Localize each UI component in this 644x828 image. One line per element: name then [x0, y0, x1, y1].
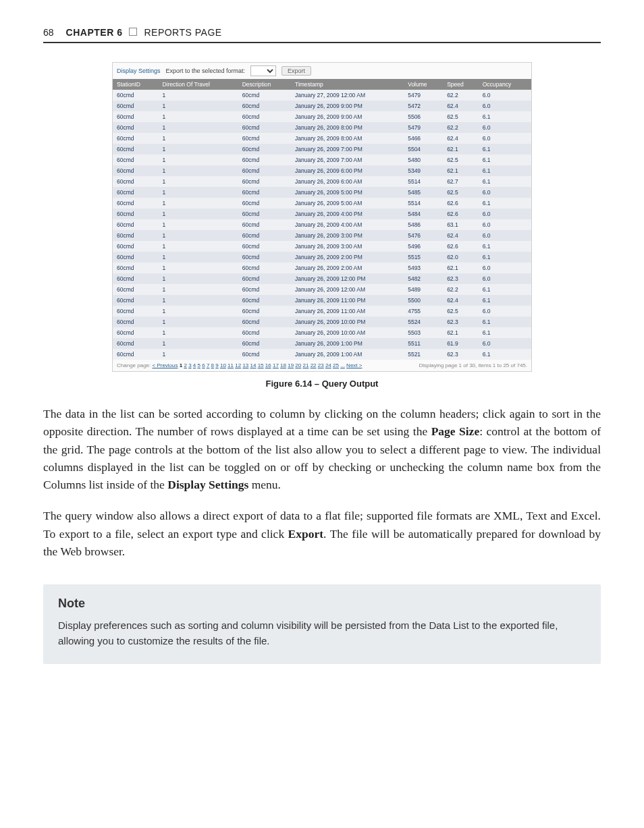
table-cell: 60cmd	[238, 327, 291, 338]
figure-caption: Figure 6.14 – Query Output	[43, 379, 601, 389]
pager-page-link[interactable]: 20	[295, 362, 301, 368]
pager-page-link[interactable]: 21	[303, 362, 309, 368]
table-cell: 5472	[404, 101, 443, 111]
pager-page-link[interactable]: 19	[288, 362, 294, 368]
pager-page-link[interactable]: 1	[180, 362, 182, 368]
pager-page-link[interactable]: 18	[280, 362, 286, 368]
table-cell: 60cmd	[238, 133, 291, 144]
table-cell: 1	[158, 111, 238, 122]
pager-page-link[interactable]: 3	[188, 362, 191, 368]
table-cell: 62.5	[443, 306, 479, 316]
table-row: 60cmd160cmdJanuary 26, 2009 7:00 AM54806…	[113, 155, 531, 165]
table-cell: 60cmd	[113, 252, 158, 263]
export-button[interactable]: Export	[281, 66, 311, 76]
table-row: 60cmd160cmdJanuary 26, 2009 1:00 AM55216…	[113, 349, 531, 360]
table-cell: 6.0	[479, 122, 531, 133]
table-cell: 1	[158, 155, 238, 165]
table-cell: 5489	[404, 284, 443, 295]
table-cell: 60cmd	[238, 263, 291, 273]
grid-body: 60cmd160cmdJanuary 27, 2009 12:00 AM5479…	[113, 90, 531, 360]
page-number: 68	[43, 27, 54, 38]
pager-page-link[interactable]: 12	[235, 362, 241, 368]
table-row: 60cmd160cmdJanuary 26, 2009 6:00 AM55146…	[113, 176, 531, 187]
table-row: 60cmd160cmdJanuary 27, 2009 12:00 AM5479…	[113, 90, 531, 101]
pager-prev[interactable]: < Previous	[153, 362, 178, 368]
table-cell: 6.0	[479, 187, 531, 198]
table-cell: 60cmd	[113, 284, 158, 295]
table-cell: 60cmd	[238, 241, 291, 252]
pager-page-link[interactable]: 17	[273, 362, 279, 368]
table-cell: 62.5	[443, 111, 479, 122]
table-cell: January 26, 2009 10:00 AM	[291, 327, 404, 338]
table-row: 60cmd160cmdJanuary 26, 2009 12:00 AM5489…	[113, 284, 531, 295]
pager-page-link[interactable]: ...	[340, 362, 345, 368]
table-cell: 1	[158, 252, 238, 263]
grid-column-header[interactable]: Direction Of Travel	[158, 79, 238, 90]
pager-page-link[interactable]: 7	[207, 362, 209, 368]
grid-header-row: StationIDDirection Of TravelDescriptionT…	[113, 79, 531, 90]
table-cell: 6.1	[479, 155, 531, 165]
table-cell: 1	[158, 263, 238, 273]
pager-page-link[interactable]: 15	[258, 362, 264, 368]
table-cell: 5500	[404, 295, 443, 306]
table-cell: 5486	[404, 219, 443, 230]
pager-page-link[interactable]: 23	[318, 362, 324, 368]
export-format-select[interactable]	[250, 65, 276, 76]
pager-page-link[interactable]: 4	[193, 362, 196, 368]
display-settings-link[interactable]: Display Settings	[117, 67, 161, 74]
table-cell: 1	[158, 349, 238, 360]
table-cell: January 26, 2009 5:00 AM	[291, 198, 404, 209]
table-cell: 61.9	[443, 338, 479, 349]
table-cell: 6.0	[479, 209, 531, 219]
table-cell: 62.1	[443, 165, 479, 176]
pager-next[interactable]: Next >	[346, 362, 362, 368]
table-cell: 60cmd	[238, 349, 291, 360]
table-cell: 60cmd	[238, 273, 291, 284]
table-cell: 60cmd	[238, 165, 291, 176]
table-cell: 60cmd	[238, 101, 291, 111]
table-cell: 62.1	[443, 327, 479, 338]
table-cell: 6.0	[479, 133, 531, 144]
table-cell: 5476	[404, 230, 443, 241]
change-page-label: Change page:	[117, 362, 151, 368]
grid-column-header[interactable]: Speed	[443, 79, 479, 90]
table-cell: 1	[158, 316, 238, 327]
grid-column-header[interactable]: Timestamp	[291, 79, 404, 90]
table-cell: 60cmd	[113, 295, 158, 306]
grid-column-header[interactable]: Description	[238, 79, 291, 90]
pager-page-link[interactable]: 13	[242, 362, 248, 368]
table-cell: 1	[158, 241, 238, 252]
pager-page-link[interactable]: 11	[227, 362, 234, 368]
table-cell: 5503	[404, 327, 443, 338]
table-cell: 5514	[404, 176, 443, 187]
table-cell: 1	[158, 176, 238, 187]
export-label: Export to the selected format:	[166, 67, 246, 74]
note-body: Display preferences such as sorting and …	[58, 617, 586, 649]
table-cell: January 26, 2009 2:00 PM	[291, 252, 404, 263]
pager-page-link[interactable]: 6	[202, 362, 205, 368]
grid-column-header[interactable]: Occupancy	[479, 79, 531, 90]
table-cell: 60cmd	[113, 349, 158, 360]
data-grid: StationIDDirection Of TravelDescriptionT…	[113, 79, 531, 360]
table-row: 60cmd160cmdJanuary 26, 2009 3:00 PM54766…	[113, 230, 531, 241]
pager-page-link[interactable]: 9	[215, 362, 218, 368]
pager-page-link[interactable]: 10	[220, 362, 226, 368]
table-cell: 6.0	[479, 306, 531, 316]
table-row: 60cmd160cmdJanuary 26, 2009 7:00 PM55046…	[113, 144, 531, 155]
table-cell: 62.1	[443, 144, 479, 155]
table-cell: 60cmd	[238, 209, 291, 219]
grid-column-header[interactable]: StationID	[113, 79, 158, 90]
table-cell: 6.0	[479, 219, 531, 230]
pager-page-link[interactable]: 5	[198, 362, 200, 368]
pager-page-link[interactable]: 2	[184, 362, 186, 368]
pager-page-link[interactable]: 16	[265, 362, 271, 368]
pager-page-link[interactable]: 8	[211, 362, 214, 368]
pager-page-link[interactable]: 14	[250, 362, 257, 368]
pager-page-link[interactable]: 22	[311, 362, 317, 368]
grid-column-header[interactable]: Volume	[404, 79, 443, 90]
pager-page-link[interactable]: 24	[325, 362, 331, 368]
table-cell: 60cmd	[113, 209, 158, 219]
pager-page-link[interactable]: 25	[333, 362, 339, 368]
table-cell: 6.1	[479, 111, 531, 122]
table-cell: 1	[158, 273, 238, 284]
